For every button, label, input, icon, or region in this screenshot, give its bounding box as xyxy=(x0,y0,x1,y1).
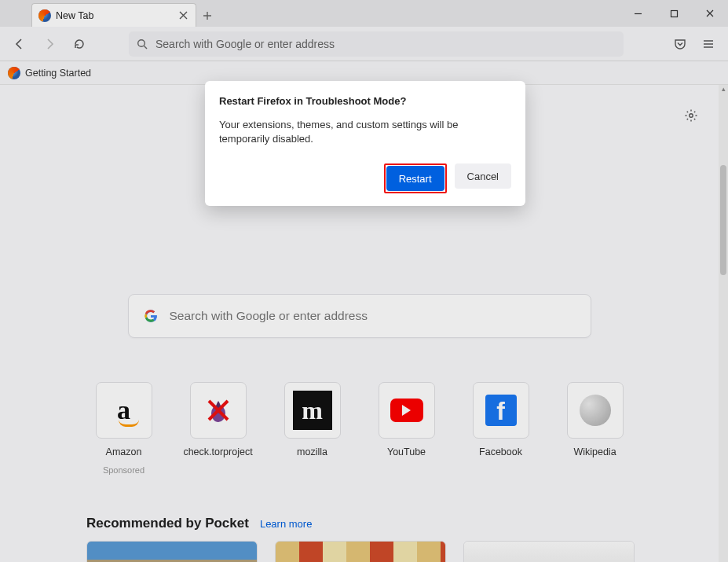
dialog-actions: Restart Cancel xyxy=(219,163,511,193)
dialog-title: Restart Firefox in Troubleshoot Mode? xyxy=(219,95,511,107)
troubleshoot-restart-dialog: Restart Firefox in Troubleshoot Mode? Yo… xyxy=(205,81,525,206)
restart-button[interactable]: Restart xyxy=(386,166,444,191)
restart-highlight: Restart xyxy=(384,163,447,193)
cancel-button[interactable]: Cancel xyxy=(455,163,511,189)
dialog-body: Your extensions, themes, and custom sett… xyxy=(219,118,511,146)
